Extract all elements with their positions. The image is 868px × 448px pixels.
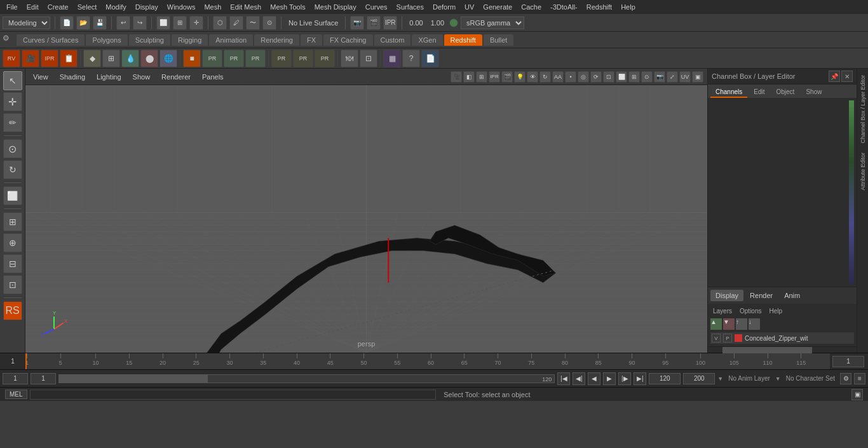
vp-uv-icon[interactable]: UV: [679, 71, 691, 83]
vp-grid2-icon[interactable]: ⊡: [603, 71, 614, 83]
char-set-extra-btn[interactable]: ≡: [854, 373, 865, 384]
drop-btn[interactable]: 💧: [121, 50, 139, 67]
pr4-btn[interactable]: PR: [271, 50, 292, 67]
panel-close-btn[interactable]: ✕: [841, 71, 853, 82]
lasso-btn[interactable]: ⬡: [213, 16, 227, 30]
vp-dot-icon[interactable]: •: [565, 71, 576, 83]
vp-mask-icon[interactable]: ▣: [692, 71, 703, 83]
command-input[interactable]: [30, 390, 437, 400]
paint-select-btn[interactable]: ✏: [3, 113, 22, 132]
current-frame-input[interactable]: [832, 356, 864, 367]
render-tab-btn[interactable]: Render: [745, 290, 778, 301]
marquee-btn[interactable]: ⬜: [3, 186, 22, 205]
prev-key-btn[interactable]: ◀|: [573, 372, 585, 385]
vp-snap-icon[interactable]: ⊙: [641, 71, 653, 83]
tab-polygons[interactable]: Polygons: [86, 34, 127, 46]
vp-ipr-icon[interactable]: IPR: [489, 71, 500, 83]
tab-rigging[interactable]: Rigging: [172, 34, 208, 46]
tab-custom[interactable]: Custom: [374, 34, 411, 46]
vp-sel-icon[interactable]: ◧: [463, 71, 475, 83]
3d-viewport[interactable]: persp X Y Z: [25, 85, 707, 353]
menu-create[interactable]: Create: [44, 2, 72, 12]
help-menu[interactable]: Help: [766, 306, 785, 316]
log2-btn[interactable]: 📄: [421, 50, 439, 67]
menu-redshift[interactable]: Redshift: [583, 2, 616, 12]
layer-move-down-btn[interactable]: ↓: [749, 318, 760, 330]
timeline-ruler[interactable]: 1510152025303540455055606570758085909510…: [25, 353, 830, 369]
range-end-input[interactable]: [683, 373, 715, 384]
undo-btn[interactable]: ↩: [116, 16, 130, 30]
select-mode-btn[interactable]: ⬜: [156, 16, 170, 30]
tex-btn[interactable]: ?: [402, 50, 420, 67]
next-key-btn[interactable]: |▶: [618, 372, 631, 385]
vp-light-icon[interactable]: 💡: [514, 71, 526, 83]
tab-bullet[interactable]: Bullet: [484, 34, 514, 46]
anim-end-input[interactable]: [649, 373, 681, 384]
vp-menu-show[interactable]: Show: [129, 72, 154, 82]
lasso-tool-btn[interactable]: ⊙: [3, 139, 22, 158]
vp-render-icon[interactable]: 🎬: [501, 71, 513, 83]
tab-fx[interactable]: FX: [301, 34, 322, 46]
settings-btn[interactable]: ⚙: [3, 34, 15, 46]
vp-menu-lighting[interactable]: Lighting: [93, 72, 125, 82]
vp-refresh-icon[interactable]: ↻: [539, 71, 551, 83]
play-forward-btn[interactable]: ▶: [603, 372, 616, 385]
layer-move-up-btn[interactable]: ↑: [736, 318, 747, 330]
layer-add-btn[interactable]: ▲: [710, 318, 722, 330]
tab-object[interactable]: Object: [771, 87, 800, 98]
gamma-color[interactable]: [449, 18, 458, 27]
redshift-icon-btn[interactable]: RS: [3, 301, 22, 320]
playback-progress[interactable]: 120: [58, 374, 555, 383]
channel-box-tab[interactable]: Channel Box / Layer Editor: [858, 71, 867, 147]
render-btn[interactable]: 🎬: [367, 16, 381, 30]
env-btn[interactable]: 🌐: [159, 50, 177, 67]
layer-playback-btn[interactable]: P: [723, 334, 732, 343]
plate-btn[interactable]: 🍽: [341, 50, 358, 67]
tab-xgen[interactable]: XGen: [412, 34, 442, 46]
play-back-btn[interactable]: ◀: [588, 372, 600, 385]
menu-mesh-tools[interactable]: Mesh Tools: [266, 2, 309, 12]
panel-pin-btn[interactable]: 📌: [829, 71, 840, 82]
script-type-tag[interactable]: MEL: [5, 390, 27, 399]
char-set-settings-btn[interactable]: ⚙: [840, 373, 851, 384]
ipr-icon-btn[interactable]: IPR: [41, 50, 58, 67]
move-btn[interactable]: ✛: [189, 16, 203, 30]
attribute-editor-tab[interactable]: Attribute Editor: [858, 149, 867, 194]
add-btn[interactable]: ⊕: [3, 233, 22, 252]
pr5-btn[interactable]: PR: [293, 50, 313, 67]
horizontal-scrollbar[interactable]: [708, 346, 857, 353]
geo-btn[interactable]: ◆: [83, 50, 101, 67]
menu-cache[interactable]: Cache: [517, 2, 545, 12]
menu-edit[interactable]: Edit: [23, 2, 43, 12]
vp-cam2-icon[interactable]: 📷: [654, 71, 665, 83]
curve-btn[interactable]: 〜: [246, 16, 260, 30]
go-to-start-btn[interactable]: |◀: [557, 372, 570, 385]
grid2-btn[interactable]: ⊡: [360, 50, 377, 67]
tab-fx-caching[interactable]: FX Caching: [323, 34, 372, 46]
rotate-btn[interactable]: ↻: [3, 160, 22, 179]
frame-current-input[interactable]: [31, 373, 56, 384]
ipr-btn[interactable]: IPR: [383, 16, 397, 30]
menu-help[interactable]: Help: [617, 2, 639, 12]
menu-3dtoall[interactable]: -3DtoAll-: [546, 2, 581, 12]
vp-cam-icon[interactable]: 🎥: [451, 71, 462, 83]
gamma-selector[interactable]: sRGB gamma: [461, 17, 524, 29]
tab-show[interactable]: Show: [801, 87, 827, 98]
layers-menu[interactable]: Layers: [710, 306, 735, 316]
save-btn[interactable]: 💾: [93, 16, 107, 30]
vp-scale-icon[interactable]: ⤢: [667, 71, 678, 83]
rv-btn[interactable]: RV: [3, 50, 20, 67]
open-btn[interactable]: 📂: [76, 16, 90, 30]
menu-generate[interactable]: Generate: [479, 2, 516, 12]
menu-file[interactable]: File: [3, 2, 22, 12]
menu-modify[interactable]: Modify: [102, 2, 130, 12]
cam-btn[interactable]: 🎥: [22, 50, 39, 67]
vp-menu-shading[interactable]: Shading: [56, 72, 89, 82]
tab-rendering[interactable]: Rendering: [254, 34, 299, 46]
camera-btn[interactable]: 📷: [350, 16, 364, 30]
tab-animation[interactable]: Animation: [209, 34, 253, 46]
vp-grid-icon[interactable]: ⊞: [476, 71, 487, 83]
menu-uv[interactable]: UV: [461, 2, 478, 12]
tab-edit[interactable]: Edit: [749, 87, 770, 98]
options-menu[interactable]: Options: [737, 306, 764, 316]
